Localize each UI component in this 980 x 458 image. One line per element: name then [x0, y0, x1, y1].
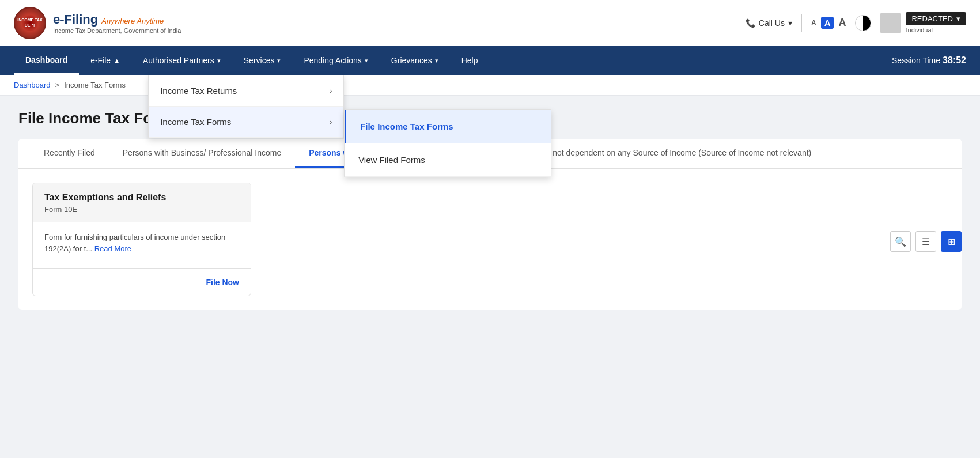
contrast-button[interactable] [855, 15, 871, 31]
submenu-file-forms[interactable]: File Income Tax Forms [345, 110, 551, 143]
top-bar: INCOME TAX DEPT e-Filing Anywhere Anytim… [0, 0, 980, 46]
nav-help[interactable]: Help [450, 46, 490, 75]
grid-view-button[interactable]: ⊞ [941, 231, 962, 252]
tab-business-income[interactable]: Persons with Business/ Professional Inco… [109, 139, 295, 168]
efile-dropdown: Income Tax Returns › Income Tax Forms › … [148, 75, 344, 138]
itr-label: Income Tax Returns [160, 86, 237, 96]
breadcrumb-separator: > [55, 81, 60, 89]
nav-dashboard[interactable]: Dashboard [14, 46, 79, 75]
nav-dashboard-label: Dashboard [25, 55, 67, 65]
chevron-down-icon: ▾ [956, 14, 960, 23]
view-forms-label: View Filed Forms [358, 155, 425, 165]
logo-text: e-Filing Anywhere Anytime Income Tax Dep… [53, 12, 181, 34]
nav-grievances[interactable]: Grievances ▾ [380, 46, 450, 75]
nav-pending-label: Pending Actions [304, 56, 361, 65]
logo-area: INCOME TAX DEPT e-Filing Anywhere Anytim… [14, 7, 181, 39]
chevron-down-icon: ▾ [365, 57, 368, 65]
file-now-button[interactable]: File Now [206, 278, 239, 287]
nav-efile-label: e-File [90, 56, 111, 65]
forms-submenu: File Income Tax Forms View Filed Forms [344, 109, 551, 177]
nav-services[interactable]: Services ▾ [232, 46, 293, 75]
logo-efiling: e-Filing Anywhere Anytime [53, 12, 181, 27]
call-us-label: Call Us [759, 18, 785, 28]
breadcrumb: Dashboard > Income Tax Forms [0, 75, 980, 96]
font-large-button[interactable]: A [838, 17, 846, 29]
call-us-button[interactable]: 📞 Call Us ▾ [746, 18, 792, 28]
chevron-down-icon: ▾ [217, 57, 221, 65]
avatar [880, 13, 901, 33]
phone-icon: 📞 [746, 18, 755, 28]
top-right-controls: 📞 Call Us ▾ A A A REDACTED ▾ Individual [746, 12, 966, 33]
tab-recently-filed-label: Recently Filed [44, 148, 95, 157]
cards-grid: Tax Exemptions and Reliefs Form 10E Form… [18, 169, 962, 310]
user-type-label: Individual [906, 27, 966, 33]
forms-label: Income Tax Forms [160, 117, 231, 127]
session-timer: Session Time 38:52 [892, 55, 966, 66]
tab-no-income-label: Persons not dependent on any Source of I… [521, 148, 811, 157]
search-button[interactable]: 🔍 [890, 231, 911, 252]
search-icon: 🔍 [895, 236, 906, 247]
file-forms-label: File Income Tax Forms [360, 122, 453, 131]
nav-help-label: Help [461, 56, 478, 65]
form-card-description: Form for furnishing particulars of incom… [44, 233, 225, 253]
breadcrumb-home[interactable]: Dashboard [14, 81, 51, 89]
divider [801, 14, 802, 32]
dropdown-item-itr[interactable]: Income Tax Returns › [149, 75, 343, 107]
tab-business-income-label: Persons with Business/ Professional Inco… [123, 148, 281, 157]
chevron-down-icon: ▾ [435, 57, 438, 65]
nav-ap-label: Authorised Partners [143, 56, 214, 65]
chevron-down-icon: ▾ [788, 18, 792, 28]
form-card-header: Tax Exemptions and Reliefs Form 10E [33, 183, 251, 222]
form-card: Tax Exemptions and Reliefs Form 10E Form… [32, 183, 251, 296]
submenu-view-forms[interactable]: View Filed Forms [345, 143, 551, 177]
form-card-footer: File Now [33, 268, 251, 296]
nav-services-label: Services [244, 56, 275, 65]
anywhere-label: Anywhere Anytime [101, 17, 164, 25]
nav-efile[interactable]: e-File ▲ Income Tax Returns › Income Tax… [79, 46, 131, 75]
user-name-button[interactable]: REDACTED ▾ [906, 12, 966, 25]
list-view-button[interactable]: ☰ [915, 231, 936, 252]
grid-icon: ⊞ [948, 236, 955, 247]
chevron-right-icon: › [330, 87, 332, 95]
chevron-right-icon: › [330, 118, 332, 126]
nav-grievances-label: Grievances [391, 56, 432, 65]
font-controls: A A A [811, 17, 846, 29]
efile-dropdown-primary: Income Tax Returns › Income Tax Forms › [148, 75, 344, 138]
tab-recently-filed[interactable]: Recently Filed [30, 139, 109, 168]
user-area: REDACTED ▾ Individual [880, 12, 966, 33]
session-label: Session Time [892, 56, 940, 65]
dropdown-item-forms[interactable]: Income Tax Forms › [149, 107, 343, 138]
user-name-label: REDACTED [911, 14, 953, 23]
view-controls: 🔍 ☰ ⊞ [890, 231, 962, 252]
form-card-title: Tax Exemptions and Reliefs [44, 192, 239, 203]
session-digits: 38:52 [943, 55, 966, 66]
efiling-label: e-Filing [53, 12, 98, 27]
form-card-subtitle: Form 10E [44, 205, 239, 214]
form-card-body: Form for furnishing particulars of incom… [33, 222, 251, 268]
list-icon: ☰ [922, 236, 930, 247]
nav-bar: Dashboard e-File ▲ Income Tax Returns › … [0, 46, 980, 75]
font-medium-button[interactable]: A [821, 17, 834, 29]
read-more-link[interactable]: Read More [94, 244, 131, 253]
chevron-up-icon: ▲ [113, 57, 120, 64]
breadcrumb-current: Income Tax Forms [64, 81, 126, 89]
nav-authorised-partners[interactable]: Authorised Partners ▾ [131, 46, 232, 75]
font-small-button[interactable]: A [811, 19, 816, 27]
dept-label: Income Tax Department, Government of Ind… [53, 27, 181, 34]
nav-pending-actions[interactable]: Pending Actions ▾ [292, 46, 379, 75]
emblem-logo: INCOME TAX DEPT [14, 7, 46, 39]
tab-no-income[interactable]: Persons not dependent on any Source of I… [507, 139, 825, 168]
chevron-down-icon: ▾ [277, 57, 281, 65]
